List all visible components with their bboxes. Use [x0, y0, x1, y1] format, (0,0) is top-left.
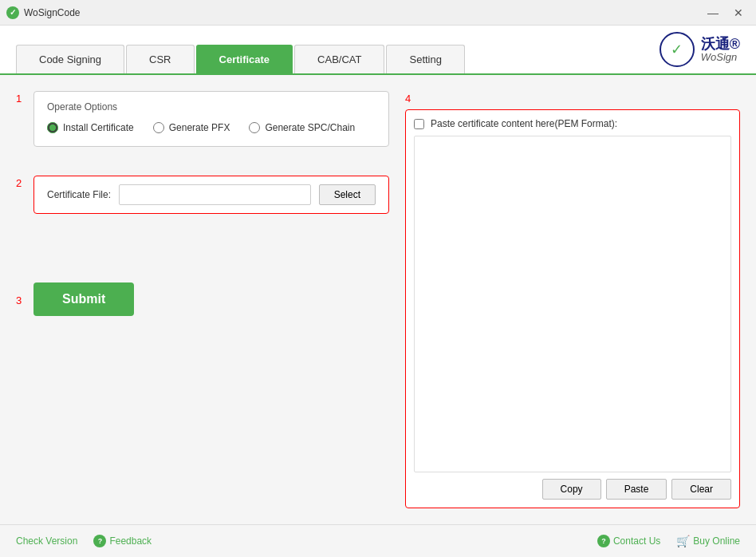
- clear-button[interactable]: Clear: [671, 479, 731, 500]
- check-version-label: Check Version: [16, 535, 77, 547]
- footer: Check Version ? Feedback ? Contact Us 🛒 …: [0, 524, 756, 557]
- radio-spc-input[interactable]: [249, 122, 260, 133]
- submit-button[interactable]: Submit: [33, 282, 134, 316]
- paste-checkbox[interactable]: [414, 119, 424, 129]
- tab-setting[interactable]: Setting: [386, 45, 464, 73]
- file-input[interactable]: [119, 184, 311, 205]
- radio-spc-label: Generate SPC/Chain: [265, 122, 355, 133]
- paste-textarea[interactable]: [414, 136, 731, 472]
- file-label: Certificate File:: [47, 189, 111, 200]
- right-panel-inner: Paste certificate content here(PEM Forma…: [405, 109, 740, 508]
- minimize-button[interactable]: —: [702, 4, 724, 22]
- contact-icon: ?: [597, 535, 610, 547]
- paste-header: Paste certificate content here(PEM Forma…: [414, 118, 731, 129]
- step2-number: 2: [16, 177, 27, 189]
- step1-content: Operate Options Install Certificate Gene…: [33, 91, 389, 147]
- tab-csr[interactable]: CSR: [126, 45, 194, 73]
- tab-code-signing[interactable]: Code Signing: [16, 45, 124, 73]
- contact-us-link[interactable]: ? Contact Us: [597, 535, 660, 547]
- paste-label: Paste certificate content here(PEM Forma…: [431, 118, 617, 129]
- options-title: Operate Options: [47, 101, 376, 113]
- file-box: Certificate File: Select: [33, 176, 389, 214]
- radio-install-input[interactable]: [47, 122, 58, 133]
- step3-row: 3 Submit: [16, 251, 389, 316]
- feedback-link[interactable]: ? Feedback: [93, 535, 152, 547]
- select-button[interactable]: Select: [319, 184, 376, 205]
- contact-us-label: Contact Us: [613, 535, 660, 547]
- main-container: Code Signing CSR Certificate CAB/CAT Set…: [0, 26, 756, 557]
- step1-row: 1 Operate Options Install Certificate Ge…: [16, 91, 389, 147]
- right-panel: 4 Paste certificate content here(PEM For…: [405, 91, 740, 508]
- radio-spc[interactable]: Generate SPC/Chain: [249, 122, 355, 133]
- radio-pfx[interactable]: Generate PFX: [153, 122, 230, 133]
- step3-number: 3: [16, 294, 27, 306]
- logo-text: 沃通® WoSign: [701, 37, 740, 63]
- cart-icon: 🛒: [676, 535, 690, 547]
- app-title: WoSignCode: [24, 7, 81, 18]
- radio-install-label: Install Certificate: [63, 122, 134, 133]
- buy-online-link[interactable]: 🛒 Buy Online: [676, 535, 740, 547]
- buy-online-label: Buy Online: [693, 535, 740, 547]
- radio-pfx-label: Generate PFX: [169, 122, 230, 133]
- content-area: 1 Operate Options Install Certificate Ge…: [0, 75, 756, 524]
- logo-area: ✓ 沃通® WoSign: [660, 32, 740, 73]
- logo-chinese: 沃通®: [701, 37, 740, 51]
- header: Code Signing CSR Certificate CAB/CAT Set…: [0, 26, 756, 75]
- radio-pfx-input[interactable]: [153, 122, 164, 133]
- paste-button[interactable]: Paste: [606, 479, 667, 500]
- paste-buttons: Copy Paste Clear: [414, 479, 731, 500]
- logo-english: WoSign: [701, 51, 740, 63]
- logo-icon: ✓: [660, 32, 695, 67]
- close-button[interactable]: ✕: [727, 4, 750, 22]
- app-icon: ✓: [6, 6, 19, 19]
- footer-right: ? Contact Us 🛒 Buy Online: [597, 535, 740, 547]
- step4-number: 4: [405, 93, 416, 105]
- step1-number: 1: [16, 93, 27, 105]
- tab-certificate[interactable]: Certificate: [196, 45, 293, 73]
- radio-group: Install Certificate Generate PFX Generat…: [47, 122, 376, 133]
- feedback-label: Feedback: [109, 535, 152, 547]
- footer-left: Check Version ? Feedback: [16, 535, 152, 547]
- radio-install[interactable]: Install Certificate: [47, 122, 134, 133]
- copy-button[interactable]: Copy: [542, 479, 601, 500]
- title-bar: ✓ WoSignCode — ✕: [0, 0, 756, 26]
- left-panel: 1 Operate Options Install Certificate Ge…: [16, 91, 389, 508]
- feedback-icon: ?: [93, 535, 106, 547]
- tab-cab-cat[interactable]: CAB/CAT: [294, 45, 384, 73]
- options-box: Operate Options Install Certificate Gene…: [33, 91, 389, 147]
- step4-row: 4: [405, 91, 740, 105]
- step2-row: 2 Certificate File: Select: [16, 176, 389, 214]
- tab-bar: Code Signing CSR Certificate CAB/CAT Set…: [16, 45, 467, 73]
- title-bar-controls: — ✕: [702, 4, 750, 22]
- check-version-link[interactable]: Check Version: [16, 535, 77, 547]
- title-bar-left: ✓ WoSignCode: [6, 6, 81, 19]
- step2-content: Certificate File: Select: [33, 176, 389, 214]
